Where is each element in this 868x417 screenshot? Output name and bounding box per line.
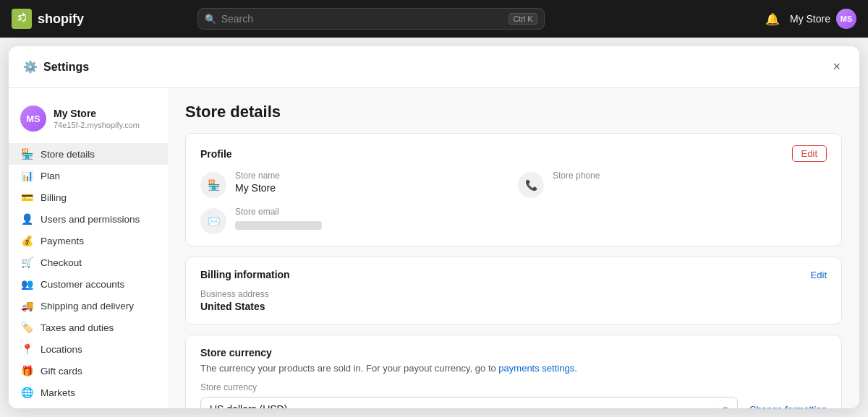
profile-section-title: Profile bbox=[200, 148, 232, 160]
currency-description: The currency your products are sold in. … bbox=[200, 363, 827, 374]
sidebar-item-locations[interactable]: 📍 Locations bbox=[9, 338, 168, 360]
sidebar-store-info-text: My Store 74e15f-2.myshopify.com bbox=[54, 107, 140, 130]
currency-section-title: Store currency bbox=[200, 347, 827, 358]
search-bar: 🔍 Ctrl K bbox=[197, 8, 545, 30]
taxes-icon: 🏷️ bbox=[20, 322, 33, 333]
sidebar-store-avatar: MS bbox=[20, 106, 46, 132]
payments-icon: 💰 bbox=[20, 235, 33, 246]
top-navigation: shopify 🔍 Ctrl K 🔔 My Store MS bbox=[0, 0, 868, 38]
currency-card: Store currency The currency your product… bbox=[185, 335, 842, 408]
store-name-label: Store name bbox=[235, 171, 280, 181]
store-email-field: ✉️ Store email bbox=[200, 207, 509, 234]
sidebar-item-plan[interactable]: 📊 Plan bbox=[9, 165, 168, 186]
sidebar-item-users-permissions[interactable]: 👤 Users and permissions bbox=[9, 208, 168, 230]
main-area: ⚙️ Settings × MS My Store 74e15f-2.mysho… bbox=[0, 38, 868, 417]
store-name-field: 🏪 Store name My Store bbox=[200, 171, 509, 198]
store-email-icon: ✉️ bbox=[200, 208, 226, 234]
modal-body: MS My Store 74e15f-2.myshopify.com 🏪 Sto… bbox=[9, 88, 859, 408]
store-name-value: My Store bbox=[235, 182, 280, 194]
profile-grid: 🏪 Store name My Store 📞 Store phone bbox=[200, 171, 827, 234]
store-phone-icon: 📞 bbox=[518, 172, 544, 198]
store-phone-field: 📞 Store phone bbox=[518, 171, 827, 198]
sidebar-item-locations-label: Locations bbox=[41, 344, 82, 355]
modal-close-button[interactable]: × bbox=[828, 58, 845, 76]
profile-section: Profile Edit 🏪 Store name My Store bbox=[186, 134, 841, 246]
sidebar-item-payments-label: Payments bbox=[41, 236, 84, 246]
sidebar-nav: 🏪 Store details 📊 Plan 💳 Billing 👤 Users… bbox=[9, 143, 168, 408]
search-shortcut: Ctrl K bbox=[509, 13, 537, 25]
billing-section: Billing information Edit Business addres… bbox=[186, 257, 841, 324]
currency-select[interactable]: US dollars (USD) Euro (EUR) British poun… bbox=[200, 397, 738, 408]
store-name-nav: My Store bbox=[790, 13, 830, 25]
store-email-label: Store email bbox=[235, 207, 322, 217]
currency-select-wrap: US dollars (USD) Euro (EUR) British poun… bbox=[200, 397, 738, 408]
search-input[interactable] bbox=[197, 8, 545, 30]
profile-card: Profile Edit 🏪 Store name My Store bbox=[185, 133, 842, 246]
sidebar-item-checkout-label: Checkout bbox=[41, 257, 82, 268]
users-icon: 👤 bbox=[20, 213, 33, 225]
billing-card: Billing information Edit Business addres… bbox=[185, 257, 842, 324]
store-phone-text: Store phone bbox=[553, 171, 600, 182]
sidebar-item-billing-label: Billing bbox=[41, 192, 67, 203]
sidebar-item-customer-accounts[interactable]: 👥 Customer accounts bbox=[9, 273, 168, 295]
billing-edit-button[interactable]: Edit bbox=[811, 270, 827, 280]
sidebar-item-taxes[interactable]: 🏷️ Taxes and duties bbox=[9, 317, 168, 338]
store-menu-button[interactable]: My Store MS bbox=[790, 9, 856, 29]
currency-row: US dollars (USD) Euro (EUR) British poun… bbox=[200, 397, 827, 408]
sidebar-item-users-label: Users and permissions bbox=[41, 214, 140, 225]
profile-edit-button[interactable]: Edit bbox=[792, 145, 827, 162]
sidebar-item-apps-sales[interactable]: ⚡ Apps and sales channels bbox=[9, 403, 168, 408]
sidebar-item-store-details[interactable]: 🏪 Store details bbox=[9, 143, 168, 165]
modal-title-text: Settings bbox=[43, 61, 89, 74]
billing-section-title: Billing information bbox=[200, 269, 290, 280]
store-email-text: Store email bbox=[235, 207, 322, 233]
store-currency-label: Store currency bbox=[200, 382, 827, 392]
sidebar-item-markets-label: Markets bbox=[41, 387, 75, 398]
billing-address: Business address United States bbox=[200, 289, 827, 312]
store-details-icon: 🏪 bbox=[20, 148, 33, 160]
modal-title: ⚙️ Settings bbox=[23, 60, 89, 74]
notifications-button[interactable]: 🔔 bbox=[762, 9, 783, 29]
payments-settings-link[interactable]: payments settings bbox=[498, 363, 574, 374]
logo-text: shopify bbox=[38, 12, 84, 27]
sidebar-item-markets[interactable]: 🌐 Markets bbox=[9, 382, 168, 403]
plan-icon: 📊 bbox=[20, 170, 33, 181]
store-avatar-nav: MS bbox=[836, 9, 856, 29]
sidebar-store-url: 74e15f-2.myshopify.com bbox=[54, 120, 140, 130]
gift-cards-icon: 🎁 bbox=[20, 365, 33, 377]
store-name-icon: 🏪 bbox=[200, 172, 226, 198]
currency-section: Store currency The currency your product… bbox=[186, 335, 841, 408]
profile-section-header: Profile Edit bbox=[200, 145, 827, 162]
sidebar-item-shipping-label: Shipping and delivery bbox=[41, 301, 134, 311]
shopify-logo-icon bbox=[12, 9, 32, 29]
settings-modal: ⚙️ Settings × MS My Store 74e15f-2.mysho… bbox=[9, 46, 859, 408]
billing-icon: 💳 bbox=[20, 192, 33, 203]
sidebar-item-payments[interactable]: 💰 Payments bbox=[9, 230, 168, 252]
content-area: Store details Profile Edit 🏪 Store n bbox=[168, 88, 859, 408]
sidebar-item-shipping-delivery[interactable]: 🚚 Shipping and delivery bbox=[9, 295, 168, 317]
billing-address-value: United States bbox=[200, 301, 827, 312]
topnav-right: 🔔 My Store MS bbox=[762, 9, 856, 29]
shopify-logo: shopify bbox=[12, 9, 84, 29]
sidebar-item-gift-cards-label: Gift cards bbox=[41, 366, 82, 377]
store-email-blurred bbox=[235, 221, 322, 230]
change-formatting-button[interactable]: Change formatting bbox=[749, 404, 827, 409]
customer-accounts-icon: 👥 bbox=[20, 278, 33, 290]
sidebar-item-checkout[interactable]: 🛒 Checkout bbox=[9, 252, 168, 273]
sidebar-store-name: My Store bbox=[54, 107, 140, 120]
settings-icon: ⚙️ bbox=[23, 60, 38, 74]
store-info: MS My Store 74e15f-2.myshopify.com bbox=[9, 100, 168, 143]
sidebar-item-plan-label: Plan bbox=[41, 171, 60, 181]
store-name-text: Store name My Store bbox=[235, 171, 280, 194]
billing-address-label: Business address bbox=[200, 289, 827, 299]
sidebar: MS My Store 74e15f-2.myshopify.com 🏪 Sto… bbox=[9, 88, 168, 408]
sidebar-item-billing[interactable]: 💳 Billing bbox=[9, 186, 168, 208]
sidebar-item-taxes-label: Taxes and duties bbox=[41, 322, 114, 333]
sidebar-item-store-details-label: Store details bbox=[41, 149, 95, 160]
billing-section-header: Billing information Edit bbox=[200, 269, 827, 280]
checkout-icon: 🛒 bbox=[20, 257, 33, 268]
page-title: Store details bbox=[185, 103, 842, 121]
markets-icon: 🌐 bbox=[20, 387, 33, 398]
modal-header: ⚙️ Settings × bbox=[9, 46, 859, 88]
sidebar-item-gift-cards[interactable]: 🎁 Gift cards bbox=[9, 360, 168, 382]
